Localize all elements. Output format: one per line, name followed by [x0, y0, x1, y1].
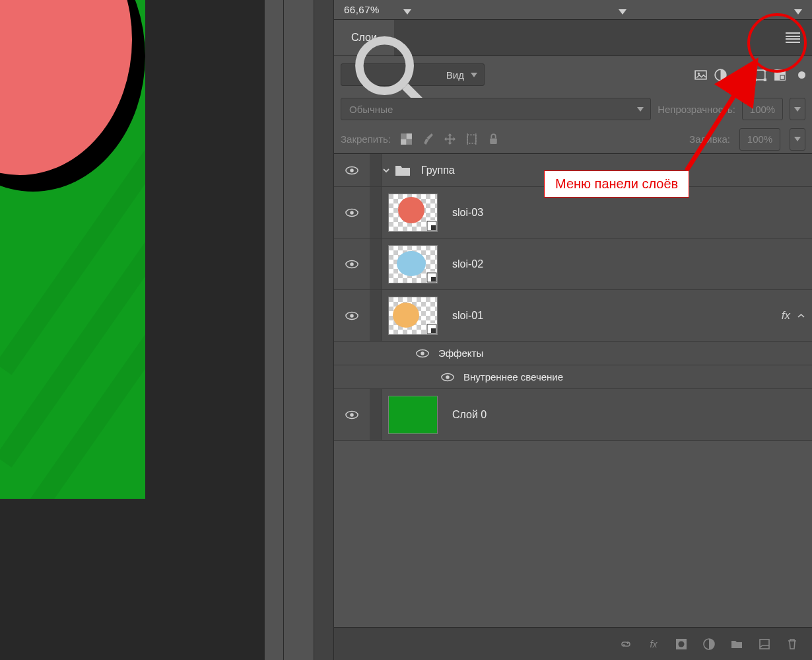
- layer-thumbnail[interactable]: [388, 297, 438, 335]
- new-group-icon[interactable]: [730, 638, 743, 651]
- svg-point-44: [679, 641, 685, 647]
- divider: [264, 0, 284, 660]
- blend-mode-select[interactable]: Обычные: [341, 98, 651, 120]
- layers-panel: 66,67% Слои Вид T Обычные Непрозр: [334, 0, 812, 660]
- layer-thumbnail[interactable]: [388, 194, 438, 232]
- layer-name[interactable]: sloi-02: [452, 258, 483, 270]
- lock-pixels-icon[interactable]: [400, 133, 413, 145]
- smart-object-icon: [426, 323, 438, 335]
- svg-rect-35: [431, 328, 436, 333]
- svg-rect-7: [754, 69, 757, 71]
- layer-name[interactable]: Слой 0: [452, 409, 487, 421]
- layer-name[interactable]: Группа: [421, 165, 455, 176]
- opacity-stepper[interactable]: [790, 98, 805, 120]
- svg-text:T: T: [737, 68, 744, 81]
- mask-icon[interactable]: [675, 638, 688, 651]
- visibility-toggle[interactable]: [416, 349, 429, 358]
- divider: [284, 0, 314, 660]
- svg-point-33: [350, 314, 353, 317]
- filter-shape-icon[interactable]: [753, 68, 767, 82]
- chevron-up-icon[interactable]: [797, 313, 805, 318]
- effect-name: Внутреннее свечение: [463, 371, 563, 383]
- filter-row: Вид T: [334, 56, 812, 93]
- svg-point-0: [359, 40, 409, 91]
- svg-point-3: [698, 72, 700, 74]
- lock-artboard-icon[interactable]: [465, 133, 478, 145]
- svg-rect-6: [755, 70, 765, 80]
- svg-point-29: [350, 262, 353, 266]
- opacity-label: Непрозрачность:: [658, 104, 735, 115]
- svg-rect-21: [490, 138, 497, 143]
- lock-all-icon[interactable]: [487, 133, 500, 145]
- filter-smart-icon[interactable]: [773, 68, 787, 82]
- svg-point-25: [350, 211, 353, 214]
- svg-point-39: [446, 375, 449, 379]
- fx-badge[interactable]: fx: [782, 309, 805, 322]
- layer-row[interactable]: Слой 0: [334, 389, 812, 441]
- visibility-toggle[interactable]: [334, 260, 370, 269]
- zoom-value: 66,67%: [344, 4, 380, 15]
- visibility-toggle[interactable]: [334, 410, 370, 420]
- visibility-toggle[interactable]: [441, 373, 454, 382]
- link-icon[interactable]: [619, 638, 632, 651]
- filter-type-icon[interactable]: T: [733, 68, 747, 82]
- fill-stepper[interactable]: [790, 128, 805, 151]
- panel-menu-button[interactable]: [786, 32, 800, 43]
- svg-point-41: [350, 413, 353, 416]
- new-layer-icon[interactable]: [758, 638, 771, 651]
- svg-rect-46: [760, 640, 769, 649]
- svg-rect-18: [467, 135, 476, 143]
- blend-row: Обычные Непрозрачность: 100%: [334, 93, 812, 125]
- layer-thumbnail[interactable]: [388, 396, 438, 434]
- zoom-slider[interactable]: [403, 3, 802, 17]
- lock-label: Закрепить:: [341, 133, 391, 145]
- zoom-bar: 66,67%: [334, 0, 812, 20]
- layer-name[interactable]: sloi-03: [452, 207, 483, 219]
- adjustment-icon[interactable]: [702, 638, 716, 651]
- svg-rect-14: [401, 133, 406, 139]
- svg-rect-27: [431, 225, 436, 230]
- visibility-toggle[interactable]: [334, 311, 370, 320]
- layer-search[interactable]: Вид: [341, 63, 485, 86]
- folder-icon: [395, 164, 411, 177]
- delete-icon[interactable]: [786, 638, 799, 651]
- filter-adjust-icon[interactable]: [714, 68, 727, 82]
- canvas[interactable]: [0, 0, 145, 499]
- svg-text:fx: fx: [650, 639, 658, 649]
- svg-rect-31: [431, 277, 436, 281]
- visibility-toggle[interactable]: [334, 166, 370, 175]
- chevron-down-icon: [471, 73, 477, 77]
- lock-row: Закрепить: Заливка: 100%: [334, 125, 812, 154]
- filter-pixel-icon[interactable]: [694, 68, 708, 82]
- visibility-toggle[interactable]: [334, 208, 370, 217]
- layer-thumbnail[interactable]: [388, 245, 438, 283]
- svg-point-37: [421, 351, 424, 355]
- svg-point-23: [350, 168, 353, 172]
- layer-name[interactable]: sloi-01: [452, 310, 483, 322]
- canvas-area: [0, 0, 264, 660]
- annotation-label: Меню панели слоёв: [544, 170, 689, 198]
- svg-rect-8: [764, 69, 766, 71]
- panel-collapse-strip[interactable]: [314, 0, 334, 660]
- smart-object-icon: [426, 220, 438, 232]
- effect-item[interactable]: Внутреннее свечение: [334, 365, 812, 389]
- fx-icon[interactable]: fx: [647, 638, 660, 651]
- smart-object-icon: [426, 272, 438, 283]
- layer-row[interactable]: sloi-01 fx: [334, 290, 812, 342]
- svg-rect-10: [764, 78, 766, 81]
- lock-position-icon[interactable]: [444, 133, 456, 145]
- svg-rect-17: [401, 139, 406, 145]
- svg-rect-15: [407, 139, 412, 145]
- layers-bottom-bar: fx: [334, 627, 812, 660]
- effects-label: Эффекты: [438, 348, 483, 359]
- lock-brush-icon[interactable]: [422, 133, 434, 145]
- filter-toggle[interactable]: [798, 71, 805, 79]
- effects-row[interactable]: Эффекты: [334, 342, 812, 365]
- search-label: Вид: [446, 69, 464, 81]
- fill-value[interactable]: 100%: [739, 128, 780, 151]
- layer-row[interactable]: sloi-02: [334, 238, 812, 290]
- chevron-down-icon: [637, 107, 644, 112]
- svg-rect-13: [781, 75, 784, 79]
- opacity-value[interactable]: 100%: [742, 98, 783, 120]
- chevron-down-icon[interactable]: [382, 166, 391, 175]
